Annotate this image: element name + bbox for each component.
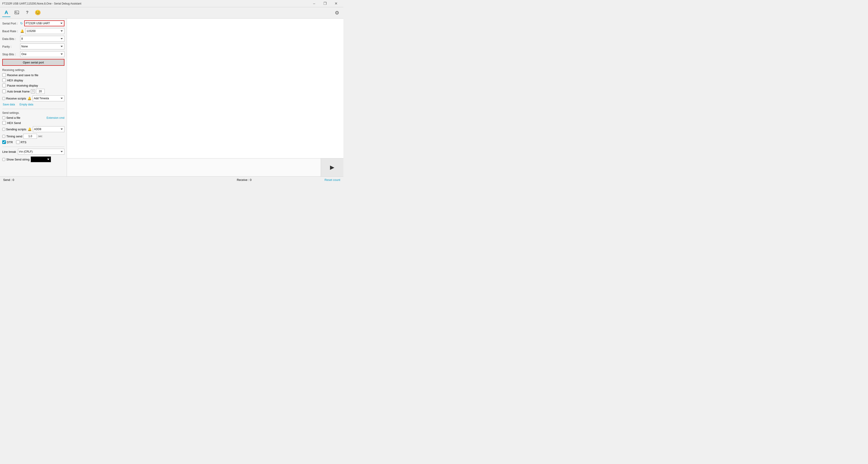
hex-display-label: HEX display bbox=[7, 79, 23, 82]
auto-break-input[interactable] bbox=[36, 89, 45, 94]
timing-send-checkbox[interactable] bbox=[2, 135, 5, 138]
dtr-checkbox[interactable] bbox=[2, 140, 6, 144]
status-send: Send : 0 bbox=[3, 178, 164, 181]
sending-scripts-checkbox[interactable] bbox=[2, 128, 5, 131]
parity-label: Parity : bbox=[2, 45, 19, 48]
hex-send-label: HEX Send bbox=[7, 121, 21, 125]
serial-port-label: Serial Port : bbox=[2, 22, 19, 25]
open-serial-port-button[interactable]: Open serial port bbox=[2, 59, 64, 66]
auto-break-help-icon[interactable]: ? bbox=[31, 89, 35, 93]
timing-unit-label: sec bbox=[38, 135, 42, 138]
timing-send-input[interactable] bbox=[23, 134, 37, 139]
receive-scripts-bell-icon: 🔔 bbox=[27, 97, 31, 100]
stop-bits-label: Stop Bits : bbox=[2, 53, 19, 56]
title-bar: FT232R USB UART,115200,None,8,One - Seri… bbox=[0, 0, 343, 7]
dtr-check: DTR bbox=[2, 140, 13, 144]
parity-select[interactable]: None bbox=[20, 43, 64, 49]
receive-save-checkbox[interactable] bbox=[2, 73, 6, 77]
auto-break-row: Auto break frame ? bbox=[2, 89, 64, 94]
receive-save-label: Receive and save to file bbox=[7, 73, 38, 77]
show-send-checkbox[interactable] bbox=[2, 158, 5, 161]
line-break-label: Line break bbox=[2, 150, 16, 154]
save-data-link[interactable]: Save data bbox=[3, 103, 15, 106]
reset-count-link[interactable]: Reset count bbox=[324, 178, 340, 181]
main-container: Serial Port : ↻ FT232R USB UART Baud Rat… bbox=[0, 19, 343, 176]
title-controls: – ❐ ✕ bbox=[309, 0, 341, 7]
send-button[interactable]: ► bbox=[321, 159, 343, 176]
content-area: ► bbox=[67, 19, 343, 176]
sending-scripts-select[interactable]: ADD8 bbox=[33, 126, 64, 132]
hex-send-checkbox[interactable] bbox=[2, 121, 6, 125]
title-text: FT232R USB UART,115200,None,8,One - Seri… bbox=[2, 2, 309, 5]
pause-receiving-checkbox[interactable] bbox=[2, 84, 6, 87]
dtr-label: DTR bbox=[7, 140, 13, 144]
emoji-icon[interactable]: 😊 bbox=[34, 9, 42, 17]
data-bits-row: Data Bits : 8 bbox=[2, 36, 64, 42]
receive-area bbox=[67, 19, 343, 158]
refresh-icon[interactable]: ↻ bbox=[20, 22, 23, 25]
dtr-rts-row: DTR RTS bbox=[2, 140, 64, 144]
empty-data-link[interactable]: Empty data bbox=[20, 103, 33, 106]
status-receive: Receive : 0 bbox=[164, 178, 324, 181]
links-row: Save data Empty data bbox=[2, 103, 64, 106]
pause-receiving-label: Pause receiving display bbox=[7, 84, 38, 87]
line-break-row: Line break \r\n (CRLF) bbox=[2, 149, 64, 155]
divider-1 bbox=[2, 109, 64, 109]
extension-cmd-link[interactable]: Extension cmd bbox=[46, 116, 64, 120]
sidebar: Serial Port : ↻ FT232R USB UART Baud Rat… bbox=[0, 19, 67, 176]
svg-rect-0 bbox=[15, 11, 19, 14]
show-send-row: Show Send string bbox=[2, 156, 64, 162]
status-bar: Send : 0 Receive : 0 Reset count bbox=[0, 176, 343, 183]
baud-rate-label: Baud Rate : bbox=[2, 30, 19, 33]
receive-save-row: Receive and save to file bbox=[2, 73, 64, 77]
rts-checkbox[interactable] bbox=[16, 140, 20, 144]
serial-port-select[interactable]: FT232R USB UART bbox=[24, 21, 64, 26]
auto-break-label: Auto break frame bbox=[7, 90, 30, 93]
receive-scripts-row: Receive scripts 🔔 Add Timesta bbox=[2, 95, 64, 101]
hex-send-row: HEX Send bbox=[2, 121, 64, 125]
send-arrow-icon: ► bbox=[329, 163, 336, 172]
hex-display-row: HEX display bbox=[2, 78, 64, 82]
baud-rate-row: Baud Rate : 🔔 115200 bbox=[2, 28, 64, 34]
close-button[interactable]: ✕ bbox=[331, 0, 341, 7]
sending-scripts-bell-icon: 🔔 bbox=[28, 127, 32, 131]
send-area: ► bbox=[67, 158, 343, 176]
send-file-label: Send a file bbox=[6, 116, 20, 120]
rts-check: RTS bbox=[16, 140, 27, 144]
rts-label: RTS bbox=[21, 140, 27, 144]
send-file-checkbox[interactable] bbox=[2, 116, 5, 119]
stop-bits-select[interactable]: One bbox=[20, 51, 64, 57]
send-input[interactable] bbox=[67, 159, 321, 176]
pause-receiving-row: Pause receiving display bbox=[2, 84, 64, 87]
receiving-settings-title: Receiving settings. bbox=[2, 68, 64, 72]
send-color-select[interactable] bbox=[31, 156, 51, 162]
help-icon[interactable]: ? bbox=[23, 9, 31, 17]
hex-display-checkbox[interactable] bbox=[2, 78, 6, 82]
sending-scripts-row: Sending scripts 🔔 ADD8 bbox=[2, 126, 64, 132]
toolbar: A ? 😊 ⚙ bbox=[0, 7, 343, 19]
sending-scripts-label: Sending scripts bbox=[6, 128, 26, 131]
baud-rate-select[interactable]: 115200 bbox=[25, 28, 64, 34]
image-icon[interactable] bbox=[13, 9, 21, 17]
data-bits-select[interactable]: 8 bbox=[20, 36, 64, 42]
timing-send-row: Timing send sec bbox=[2, 134, 64, 139]
parity-row: Parity : None bbox=[2, 43, 64, 49]
line-break-select[interactable]: \r\n (CRLF) bbox=[18, 149, 64, 155]
receive-scripts-checkbox[interactable] bbox=[2, 97, 5, 100]
minimize-button[interactable]: – bbox=[309, 0, 319, 7]
bell-icon: 🔔 bbox=[20, 29, 24, 33]
auto-break-checkbox[interactable] bbox=[2, 90, 6, 93]
data-bits-label: Data Bits : bbox=[2, 37, 19, 40]
timing-send-label: Timing send bbox=[6, 135, 22, 138]
maximize-button[interactable]: ❐ bbox=[320, 0, 330, 7]
send-settings-title: Send settings. bbox=[2, 111, 64, 114]
font-icon[interactable]: A bbox=[2, 9, 10, 17]
show-send-label: Show Send string bbox=[6, 158, 30, 161]
send-file-row: Send a file Extension cmd bbox=[2, 116, 64, 120]
receive-scripts-select[interactable]: Add Timesta bbox=[33, 95, 64, 101]
settings-icon[interactable]: ⚙ bbox=[333, 9, 341, 17]
stop-bits-row: Stop Bits : One bbox=[2, 51, 64, 57]
serial-port-row: Serial Port : ↻ FT232R USB UART bbox=[2, 21, 64, 26]
receive-scripts-label: Receive scripts bbox=[6, 97, 26, 100]
